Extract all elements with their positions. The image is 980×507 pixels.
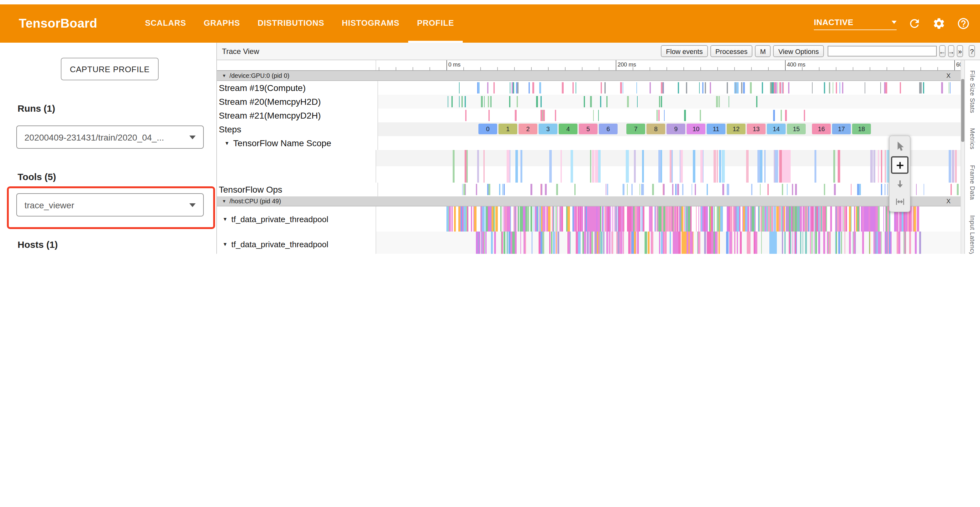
chevron-down-icon	[189, 135, 196, 139]
next-button[interactable]: →	[948, 45, 954, 57]
gpu-section-title: /device:GPU:0 (pid 0)	[229, 72, 290, 79]
tab-profile[interactable]: PROFILE	[408, 5, 463, 43]
row-label-tf-ops[interactable]: TensorFlow Ops	[217, 183, 378, 196]
gpu-section-header[interactable]: ▼ /device:GPU:0 (pid 0) X	[217, 71, 961, 81]
top-navbar: TensorBoard SCALARS GRAPHS DISTRIBUTIONS…	[0, 5, 980, 43]
tab-input-latency[interactable]: Input Latency	[969, 215, 976, 254]
select-tool-button[interactable]	[892, 139, 907, 154]
trace-viewer: Trace View Flow events Processes M View …	[217, 43, 980, 254]
stream20-events[interactable]	[378, 95, 961, 108]
trace-toolbar: Trace View Flow events Processes M View …	[217, 43, 980, 60]
tab-graphs[interactable]: GRAPHS	[195, 5, 249, 43]
trace-row-name-scope-children	[217, 150, 961, 183]
timeline-ruler[interactable]: 0 ms200 ms400 ms600	[376, 60, 961, 70]
chevron-down-icon	[892, 21, 897, 24]
side-tab-strip: File Size Stats Metrics Frame Data Input…	[964, 60, 980, 254]
name-scope-text: TensorFlow Name Scope	[233, 138, 331, 148]
tab-frame-data[interactable]: Frame Data	[969, 165, 976, 200]
collapse-triangle-icon: ▼	[222, 199, 226, 203]
runs-dropdown[interactable]: 20200409-231431/train/2020_04_...	[16, 126, 204, 149]
zoom-tool-button[interactable]	[891, 156, 908, 174]
cpu-row-2: ▼ tf_data_private_threadpool	[217, 231, 961, 254]
stream21-events[interactable]	[378, 108, 961, 122]
name-scope-events[interactable]	[376, 150, 961, 183]
metadata-button[interactable]: M	[755, 45, 771, 57]
tab-histograms[interactable]: HISTOGRAMS	[333, 5, 408, 43]
profile-sidebar: CAPTURE PROFILE Runs (1) 20200409-231431…	[0, 43, 217, 254]
chevron-down-icon	[189, 203, 196, 207]
stream19-events[interactable]	[378, 81, 961, 95]
tf-ops-events[interactable]	[378, 183, 961, 196]
row-label-threadpool[interactable]: ▼ tf_data_private_threadpool	[217, 231, 376, 254]
collapse-triangle-icon: ▼	[223, 241, 228, 247]
trace-row-stream21: Stream #21(MemcpyD2H)	[217, 108, 961, 122]
trace-row-stream19: Stream #19(Compute)	[217, 81, 961, 95]
trace-vertical-scrollbar[interactable]	[961, 60, 964, 254]
threadpool-text: tf_data_private_threadpool	[231, 214, 328, 224]
trace-row-tf-ops: TensorFlow Ops	[217, 183, 961, 196]
cpu-section-title: /host:CPU (pid 49)	[229, 198, 281, 204]
help-icon[interactable]	[956, 17, 970, 30]
tools-label: Tools (5)	[18, 171, 56, 182]
status-dropdown[interactable]: INACTIVE	[814, 17, 897, 30]
trace-area: 0 ms200 ms400 ms600 ▼ /device:GPU:0 (pid…	[217, 60, 980, 254]
trace-search-input[interactable]	[828, 46, 937, 56]
trace-view-title: Trace View	[222, 47, 659, 56]
pan-tool-button[interactable]	[892, 176, 907, 191]
scrollbar-thumb[interactable]	[961, 79, 964, 142]
trace-help-button[interactable]: ?	[969, 45, 975, 57]
row-label-steps[interactable]: Steps	[217, 122, 378, 136]
prev-button[interactable]: ←	[939, 45, 945, 57]
trace-row-stream20: Stream #20(MemcpyH2D)	[217, 95, 961, 108]
trace-row-steps: Steps 0123456789101112131415161718	[217, 122, 961, 136]
tensorboard-profile-page: TensorBoard SCALARS GRAPHS DISTRIBUTIONS…	[0, 0, 980, 254]
trace-row-name-scope: ▼ TensorFlow Name Scope	[217, 136, 961, 150]
refresh-icon[interactable]	[907, 17, 921, 30]
row-label-stream19[interactable]: Stream #19(Compute)	[217, 81, 378, 95]
collapse-triangle-icon: ▼	[224, 140, 229, 146]
collapse-triangle-icon: ▼	[222, 73, 226, 78]
row-label-stream21[interactable]: Stream #21(MemcpyD2H)	[217, 108, 378, 122]
trace-grid: 0 ms200 ms400 ms600 ▼ /device:GPU:0 (pid…	[217, 60, 961, 254]
tensorboard-logo[interactable]: TensorBoard	[19, 16, 97, 31]
tools-value: trace_viewer	[24, 200, 189, 210]
runs-label: Runs (1)	[18, 103, 55, 113]
hosts-label: Hosts (1)	[18, 239, 58, 250]
runs-value: 20200409-231431/train/2020_04_...	[24, 132, 189, 142]
trace-tool-palette	[889, 136, 910, 212]
threadpool-text: tf_data_private_threadpool	[231, 239, 328, 249]
status-label: INACTIVE	[814, 17, 853, 27]
row-label-name-scope[interactable]: ▼ TensorFlow Name Scope	[217, 136, 378, 150]
ruler-spacer	[217, 60, 376, 70]
trace-sections: ▼ /device:GPU:0 (pid 0) X Stream #19(Com…	[217, 71, 961, 254]
threadpool-events[interactable]	[376, 231, 961, 254]
jump-button[interactable]: »	[957, 45, 963, 57]
cpu-row-1: ▼ tf_data_private_threadpool	[217, 206, 961, 231]
cpu-section-close-button[interactable]: X	[947, 198, 951, 204]
view-options-button[interactable]: View Options	[773, 45, 824, 57]
collapse-triangle-icon: ▼	[223, 216, 228, 222]
row-label-threadpool[interactable]: ▼ tf_data_private_threadpool	[217, 206, 376, 231]
row-label-empty	[217, 150, 376, 183]
threadpool-events[interactable]	[376, 206, 961, 231]
tab-file-size-stats[interactable]: File Size Stats	[969, 70, 976, 113]
flow-events-button[interactable]: Flow events	[661, 45, 708, 57]
gear-icon[interactable]	[932, 17, 945, 30]
processes-button[interactable]: Processes	[710, 45, 753, 57]
timeline-ruler-row: 0 ms200 ms400 ms600	[217, 60, 961, 71]
tools-dropdown[interactable]: trace_viewer	[16, 193, 204, 217]
capture-profile-button[interactable]: CAPTURE PROFILE	[61, 58, 159, 80]
tab-distributions[interactable]: DISTRIBUTIONS	[249, 5, 333, 43]
row-label-stream20[interactable]: Stream #20(MemcpyH2D)	[217, 95, 378, 108]
tab-scalars[interactable]: SCALARS	[136, 5, 195, 43]
step-blocks[interactable]: 0123456789101112131415161718	[378, 122, 961, 136]
timing-tool-button[interactable]	[892, 194, 907, 209]
cpu-section-header[interactable]: ▼ /host:CPU (pid 49) X	[217, 196, 961, 206]
topbar-actions: INACTIVE	[814, 17, 970, 30]
tab-metrics[interactable]: Metrics	[969, 128, 976, 150]
gpu-section-close-button[interactable]: X	[947, 72, 951, 79]
nav-tabs: SCALARS GRAPHS DISTRIBUTIONS HISTOGRAMS …	[136, 5, 463, 43]
